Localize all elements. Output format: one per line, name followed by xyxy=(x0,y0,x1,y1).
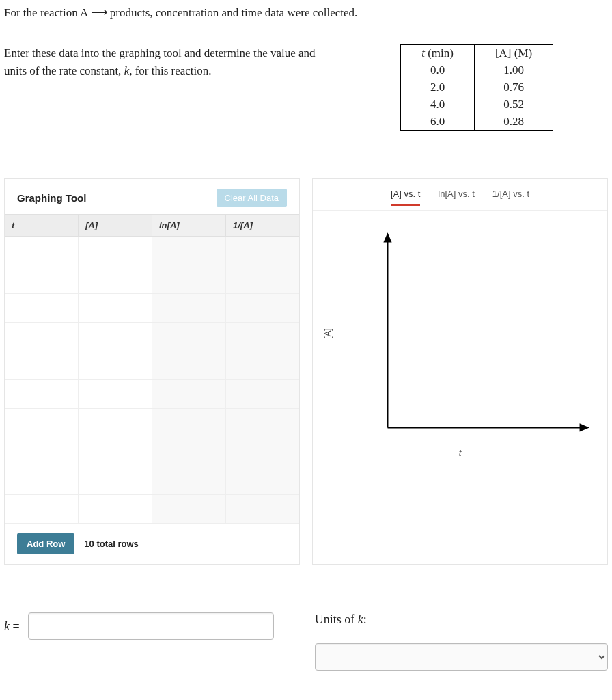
grid-input-t[interactable] xyxy=(5,438,78,466)
table-cell-A: 1.00 xyxy=(474,62,553,79)
grid-cell xyxy=(152,294,226,322)
grid-input-A[interactable] xyxy=(79,495,152,523)
grid-input-t[interactable] xyxy=(5,323,78,351)
grid-cell[interactable] xyxy=(5,265,79,293)
grid-cell[interactable] xyxy=(5,438,79,466)
grid-cell[interactable] xyxy=(5,495,79,523)
grid-input-A[interactable] xyxy=(79,265,152,293)
grid-cell xyxy=(226,323,299,351)
grid-cell xyxy=(152,237,226,265)
concentration-time-table: t (min) [A] (M) 0.01.002.00.764.00.526.0… xyxy=(400,44,553,131)
grid-col-t: t xyxy=(5,215,79,236)
grid-input-A[interactable] xyxy=(79,323,152,351)
table-cell-A: 0.28 xyxy=(474,113,553,131)
grid-cell xyxy=(152,265,226,293)
grid-input-t[interactable] xyxy=(5,466,78,494)
grid-input-A[interactable] xyxy=(79,351,152,379)
grid-input-A[interactable] xyxy=(79,294,152,322)
table-cell-t: 2.0 xyxy=(401,79,475,96)
grid-input-A[interactable] xyxy=(79,237,152,265)
grid-input-A[interactable] xyxy=(79,466,152,494)
table-row: 6.00.28 xyxy=(401,113,553,131)
grid-input-t[interactable] xyxy=(5,495,78,523)
grid-cell xyxy=(152,495,226,523)
grid-cell[interactable] xyxy=(79,323,152,351)
grid-cell[interactable] xyxy=(79,438,152,466)
grid-col-invA: 1/[A] xyxy=(226,215,299,236)
add-row-button[interactable]: Add Row xyxy=(17,533,74,554)
grid-cell xyxy=(226,294,299,322)
grid-cell xyxy=(226,409,299,437)
grid-input-A[interactable] xyxy=(79,380,152,408)
units-of-k-label: Units of k: xyxy=(315,612,608,627)
plot-area: [A] t xyxy=(313,211,607,457)
grid-row xyxy=(5,237,299,265)
grid-cell[interactable] xyxy=(79,351,152,379)
grid-cell xyxy=(226,237,299,265)
grid-cell xyxy=(226,351,299,379)
y-axis-label: [A] xyxy=(322,328,333,339)
units-of-k-select[interactable] xyxy=(315,643,608,671)
grid-col-A: [A] xyxy=(79,215,152,236)
tab-invA-vs-t[interactable]: 1/[A] vs. t xyxy=(492,189,529,206)
tab-A-vs-t[interactable]: [A] vs. t xyxy=(391,189,420,206)
graphing-tool-panel: Graphing Tool Clear All Data t [A] ln[A]… xyxy=(4,178,300,565)
grid-cell[interactable] xyxy=(79,466,152,494)
table-cell-t: 4.0 xyxy=(401,96,475,113)
table-header-A: [A] (M) xyxy=(474,45,553,62)
grid-header: t [A] ln[A] 1/[A] xyxy=(5,214,299,237)
grid-row xyxy=(5,265,299,294)
grid-cell[interactable] xyxy=(5,351,79,379)
grid-input-t[interactable] xyxy=(5,409,78,437)
grid-row xyxy=(5,466,299,495)
table-cell-t: 6.0 xyxy=(401,113,475,131)
x-axis-label: t xyxy=(459,448,462,458)
table-cell-t: 0.0 xyxy=(401,62,475,79)
grid-row xyxy=(5,409,299,438)
table-cell-A: 0.52 xyxy=(474,96,553,113)
table-row: 4.00.52 xyxy=(401,96,553,113)
plot-tabs: [A] vs. t ln[A] vs. t 1/[A] vs. t xyxy=(313,179,607,211)
graphing-tool-title: Graphing Tool xyxy=(17,192,86,204)
table-row: 0.01.00 xyxy=(401,62,553,79)
clear-all-data-button[interactable]: Clear All Data xyxy=(217,189,287,207)
row-count-label: 10 total rows xyxy=(84,539,138,549)
grid-cell[interactable] xyxy=(79,294,152,322)
grid-cell[interactable] xyxy=(79,409,152,437)
table-cell-A: 0.76 xyxy=(474,79,553,96)
grid-input-t[interactable] xyxy=(5,380,78,408)
grid-cell xyxy=(152,466,226,494)
k-equals-label: k = xyxy=(4,619,20,634)
tab-lnA-vs-t[interactable]: ln[A] vs. t xyxy=(438,189,474,206)
grid-cell[interactable] xyxy=(5,466,79,494)
grid-input-t[interactable] xyxy=(5,265,78,293)
grid-cell[interactable] xyxy=(5,323,79,351)
grid-cell[interactable] xyxy=(79,237,152,265)
k-value-input[interactable] xyxy=(28,612,274,640)
plot-panel: [A] vs. t ln[A] vs. t 1/[A] vs. t [A] t xyxy=(312,178,608,565)
grid-input-t[interactable] xyxy=(5,351,78,379)
grid-cell xyxy=(226,265,299,293)
grid-cell[interactable] xyxy=(5,237,79,265)
grid-cell xyxy=(226,380,299,408)
grid-cell xyxy=(226,466,299,494)
grid-input-A[interactable] xyxy=(79,409,152,437)
grid-cell[interactable] xyxy=(79,265,152,293)
grid-row xyxy=(5,294,299,323)
grid-input-A[interactable] xyxy=(79,438,152,466)
grid-row xyxy=(5,351,299,380)
grid-cell[interactable] xyxy=(5,380,79,408)
grid-input-t[interactable] xyxy=(5,237,78,265)
grid-cell xyxy=(152,351,226,379)
plot-axes xyxy=(332,224,596,450)
grid-col-lnA: ln[A] xyxy=(152,215,226,236)
grid-cell[interactable] xyxy=(79,495,152,523)
grid-cell[interactable] xyxy=(5,409,79,437)
grid-input-t[interactable] xyxy=(5,294,78,322)
grid-cell[interactable] xyxy=(79,380,152,408)
grid-row xyxy=(5,380,299,409)
grid-row xyxy=(5,438,299,466)
grid-cell xyxy=(226,438,299,466)
grid-cell[interactable] xyxy=(5,294,79,322)
grid-cell xyxy=(152,409,226,437)
